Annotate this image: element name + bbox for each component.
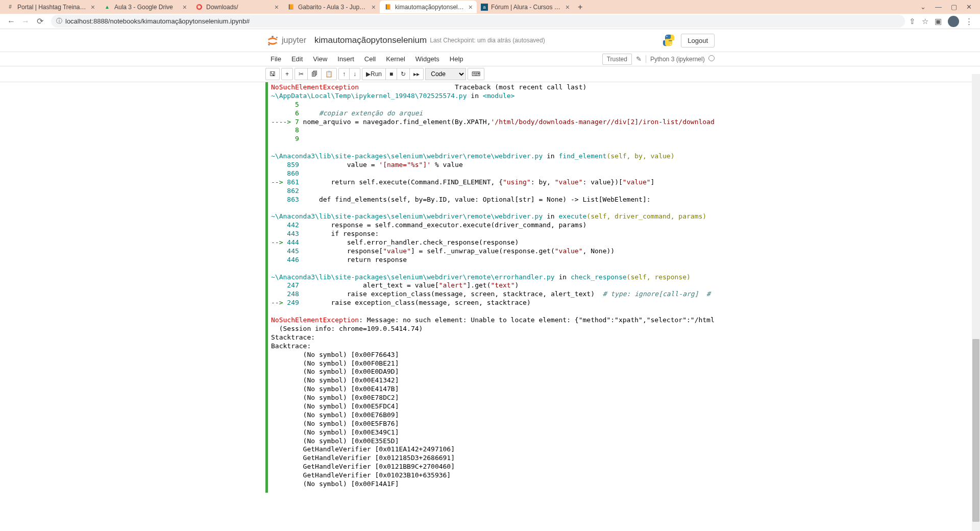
jupyter-header: jupyter kimautomaçãopytonselenium Last C…	[0, 29, 980, 52]
scrollbar-track[interactable]	[972, 74, 980, 531]
side-panel-icon[interactable]: ▣	[935, 17, 942, 26]
menu-widgets[interactable]: Widgets	[410, 52, 445, 66]
favicon-icon: #	[6, 3, 14, 11]
menu-kernel[interactable]: Kernel	[381, 52, 410, 66]
toolbar: 🖫 + ✂ 🗐 📋 ↑ ↓ ▶ Run ■ ↻ ▸▸ Code ⌨	[0, 66, 980, 82]
tab-title: Fórum | Alura - Cursos online de	[491, 4, 562, 11]
back-button[interactable]: ←	[5, 15, 17, 28]
menu-icon[interactable]: ⋮	[965, 17, 973, 26]
output-cell: NoSuchElementException Traceback (most r…	[265, 82, 715, 493]
share-icon[interactable]: ⇧	[909, 17, 916, 26]
url-text: localhost:8888/notebooks/kimautomaçãopyt…	[65, 17, 250, 25]
menu-cell[interactable]: Cell	[359, 52, 381, 66]
cell-type-select[interactable]: Code	[425, 68, 466, 80]
close-icon[interactable]: ×	[469, 3, 473, 11]
browser-tab-active[interactable]: 📙kimautomaçãopytonselenium - J×	[380, 1, 477, 13]
svg-point-1	[268, 44, 270, 46]
logout-button[interactable]: Logout	[681, 34, 715, 47]
jupyter-logo-text: jupyter	[282, 36, 306, 45]
menu-insert[interactable]: Insert	[332, 52, 359, 66]
reload-button[interactable]: ⟳	[34, 15, 46, 28]
browser-tab[interactable]: #Portal | Hashtag Treinamentos×	[2, 1, 99, 13]
scrollbar-thumb[interactable]	[972, 339, 979, 522]
menu-bar: File Edit View Insert Cell Kernel Widget…	[0, 52, 980, 66]
paste-button[interactable]: 📋	[321, 68, 337, 80]
close-icon[interactable]: ×	[91, 3, 95, 11]
kernel-name[interactable]: Python 3 (ipykernel)	[646, 55, 715, 63]
notebook-container[interactable]: NoSuchElementException Traceback (most r…	[0, 82, 980, 531]
run-button[interactable]: ▶ Run	[362, 68, 386, 80]
tab-title: kimautomaçãopytonselenium - J	[395, 4, 465, 11]
kernel-indicator-icon	[708, 55, 715, 61]
menu-view[interactable]: View	[308, 52, 332, 66]
url-input[interactable]: ⓘ localhost:8888/notebooks/kimautomaçãop…	[51, 15, 905, 28]
traceback-output: NoSuchElementException Traceback (most r…	[271, 82, 715, 493]
window-controls: ⌄ — ▢ ✕	[920, 3, 978, 11]
trusted-badge[interactable]: Trusted	[602, 54, 632, 65]
restart-button[interactable]: ↻	[397, 68, 410, 80]
close-icon[interactable]: ×	[372, 3, 376, 11]
svg-point-2	[276, 37, 278, 38]
favicon-icon: 📙	[287, 3, 295, 11]
notebook-name[interactable]: kimautomaçãopytonselenium	[314, 35, 427, 45]
tab-title: Portal | Hashtag Treinamentos	[17, 4, 88, 11]
menu-file[interactable]: File	[265, 52, 286, 66]
browser-tab[interactable]: ⭕Downloads/×	[191, 1, 283, 13]
jupyter-logo[interactable]: jupyter	[265, 33, 306, 47]
close-icon[interactable]: ×	[275, 3, 279, 11]
svg-point-3	[667, 36, 668, 37]
profile-avatar[interactable]	[948, 16, 959, 27]
browser-tab[interactable]: 📙Gabarito - Aula 3 - Jupyter Notel×	[283, 1, 380, 13]
favicon-icon: a	[481, 4, 488, 11]
menu-help[interactable]: Help	[445, 52, 469, 66]
favicon-icon: ⭕	[195, 3, 203, 11]
save-button[interactable]: 🖫	[265, 68, 280, 80]
favicon-icon: 📙	[384, 3, 392, 11]
command-palette-button[interactable]: ⌨	[468, 68, 484, 80]
new-tab-button[interactable]: +	[574, 3, 586, 12]
close-window-icon[interactable]: ✕	[966, 3, 972, 11]
tab-title: Gabarito - Aula 3 - Jupyter Notel	[298, 4, 369, 11]
checkpoint-text: Last Checkpoint: um dia atrás (autosaved…	[430, 37, 545, 44]
address-bar: ← → ⟳ ⓘ localhost:8888/notebooks/kimauto…	[0, 14, 980, 29]
bookmark-icon[interactable]: ☆	[922, 17, 928, 26]
jupyter-icon	[265, 33, 280, 47]
favicon-icon: ▲	[103, 3, 111, 11]
forward-button[interactable]: →	[19, 15, 32, 28]
chevron-down-icon[interactable]: ⌄	[920, 3, 926, 11]
maximize-icon[interactable]: ▢	[951, 3, 957, 11]
restart-run-all-button[interactable]: ▸▸	[409, 68, 424, 80]
copy-button[interactable]: 🗐	[307, 68, 322, 80]
tab-title: Aula 3 - Google Drive	[114, 4, 180, 11]
close-icon[interactable]: ×	[566, 3, 570, 11]
browser-tab-strip: #Portal | Hashtag Treinamentos× ▲Aula 3 …	[0, 0, 980, 14]
close-icon[interactable]: ×	[183, 3, 187, 11]
python-icon	[662, 33, 676, 47]
svg-point-4	[670, 44, 671, 45]
tab-title: Downloads/	[206, 4, 272, 11]
menu-edit[interactable]: Edit	[286, 52, 308, 66]
minimize-icon[interactable]: —	[935, 3, 942, 11]
site-info-icon[interactable]: ⓘ	[56, 17, 62, 26]
move-down-button[interactable]: ↓	[349, 68, 360, 80]
cut-button[interactable]: ✂	[295, 68, 308, 80]
edit-icon[interactable]: ✎	[636, 55, 642, 63]
stop-button[interactable]: ■	[385, 68, 397, 80]
browser-tab[interactable]: aFórum | Alura - Cursos online de×	[477, 1, 574, 13]
add-cell-button[interactable]: +	[281, 68, 293, 80]
browser-tab[interactable]: ▲Aula 3 - Google Drive×	[99, 1, 191, 13]
move-up-button[interactable]: ↑	[338, 68, 350, 80]
